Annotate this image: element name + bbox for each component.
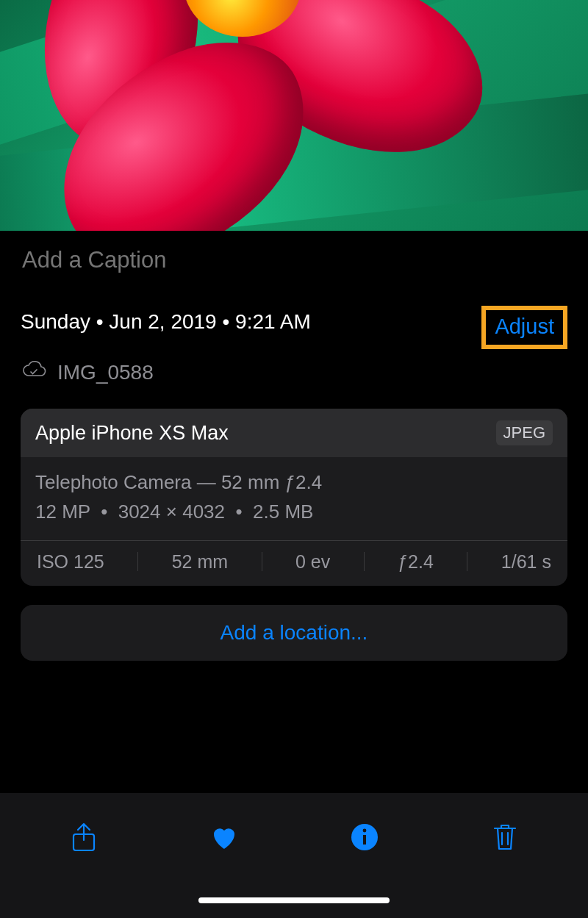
iso-label: ISO 125 <box>37 551 104 573</box>
bottom-toolbar <box>0 793 588 918</box>
info-button[interactable] <box>344 818 385 859</box>
adjust-button[interactable]: Adjust <box>495 315 554 338</box>
info-icon <box>348 821 381 856</box>
caption-input[interactable] <box>22 247 566 273</box>
shutter-label: 1/61 s <box>501 551 551 573</box>
megapixels-label: 12 MP <box>35 501 90 523</box>
dot-separator: • <box>222 310 235 333</box>
adjust-highlight-box: Adjust <box>481 306 567 349</box>
filename-label: IMG_0588 <box>57 361 154 384</box>
divider <box>364 552 365 571</box>
dimensions-label: 3024 × 4032 <box>118 501 225 523</box>
add-location-button[interactable]: Add a location... <box>21 605 567 661</box>
format-badge: JPEG <box>496 420 553 445</box>
device-label: Apple iPhone XS Max <box>35 422 229 445</box>
exif-card-footer: ISO 125 52 mm 0 ev ƒ2.4 1/61 s <box>21 541 567 586</box>
heart-icon <box>208 821 240 856</box>
lens-label: Telephoto Camera — 52 mm ƒ2.4 <box>35 467 553 497</box>
share-icon <box>68 821 100 856</box>
date-label: Jun 2, 2019 <box>109 310 216 333</box>
photo-preview[interactable] <box>0 0 588 231</box>
dot-separator: • <box>96 310 110 333</box>
dot-separator: • <box>96 501 118 523</box>
date-line: Sunday • Jun 2, 2019 • 9:21 AM <box>21 310 311 334</box>
exif-card: Apple iPhone XS Max JPEG Telephoto Camer… <box>21 409 567 586</box>
ev-label: 0 ev <box>295 551 330 573</box>
home-indicator[interactable] <box>198 897 390 903</box>
share-button[interactable] <box>63 818 104 859</box>
filesize-label: 2.5 MB <box>253 501 313 523</box>
add-location-label: Add a location... <box>220 621 368 644</box>
svg-point-3 <box>362 829 366 833</box>
exif-card-body: Telephoto Camera — 52 mm ƒ2.4 12 MP • 30… <box>21 457 567 541</box>
dot-separator: • <box>230 501 253 523</box>
cloud-sync-icon <box>21 356 47 388</box>
aperture-label: ƒ2.4 <box>398 551 434 573</box>
resolution-line: 12 MP • 3024 × 4032 • 2.5 MB <box>35 497 553 526</box>
divider <box>137 552 138 571</box>
filename-row: IMG_0588 <box>0 349 588 409</box>
weekday-label: Sunday <box>21 310 90 333</box>
focal-length-label: 52 mm <box>172 551 228 573</box>
divider <box>467 552 467 571</box>
favorite-button[interactable] <box>204 818 245 859</box>
divider <box>262 552 262 571</box>
caption-row <box>0 231 588 293</box>
delete-button[interactable] <box>484 818 526 859</box>
svg-rect-2 <box>363 835 366 845</box>
time-label: 9:21 AM <box>235 310 311 333</box>
trash-icon <box>489 821 521 856</box>
exif-card-header: Apple iPhone XS Max JPEG <box>21 409 567 457</box>
info-header: Sunday • Jun 2, 2019 • 9:21 AM Adjust <box>0 293 588 349</box>
